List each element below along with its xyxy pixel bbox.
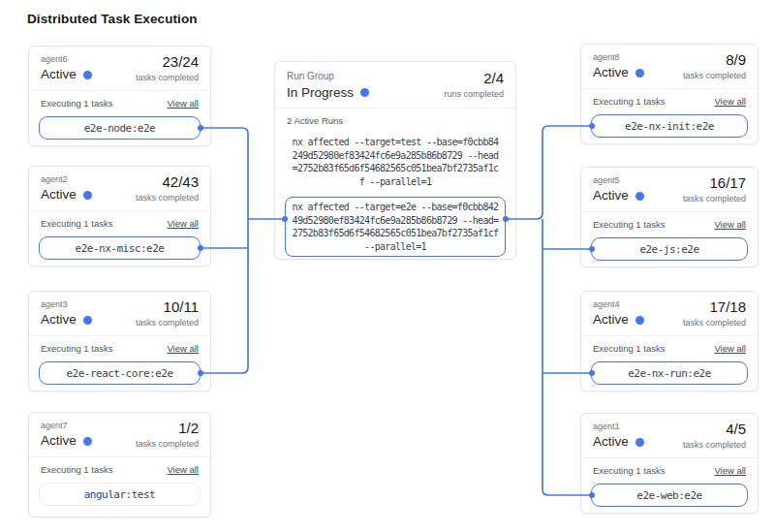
agent-card-header: agent3 Active 10/11 tasks completed — [29, 292, 210, 336]
status-dot-icon — [636, 438, 644, 447]
agent-card-body: Executing 1 tasks View all e2e-nx-run:e2… — [581, 336, 758, 385]
agent-name: agent5 — [593, 174, 644, 186]
agent-progress: 16/17 tasks completed — [683, 174, 746, 205]
status-dot-icon — [636, 192, 644, 201]
executing-row: Executing 1 tasks View all — [39, 217, 201, 230]
executing-row: Executing 1 tasks View all — [39, 97, 201, 110]
runs-count: 2/4 — [444, 70, 504, 87]
agent-status-label: Active — [593, 310, 629, 329]
agent-card-agent6: agent6 Active 23/24 tasks completed Exec… — [28, 46, 211, 146]
tasks-count-caption: tasks completed — [136, 317, 199, 329]
view-all-link[interactable]: View all — [167, 464, 199, 475]
task-pill[interactable]: e2e-web:e2e — [591, 484, 748, 507]
agent-card-agent3: agent3 Active 10/11 tasks completed Exec… — [28, 291, 211, 391]
agent-name: agent2 — [41, 173, 92, 185]
agent-name: agent7 — [41, 420, 92, 431]
agent-progress: 42/43 tasks completed — [136, 173, 199, 204]
task-pill[interactable]: angular:test — [39, 483, 201, 506]
view-all-link[interactable]: View all — [167, 218, 199, 229]
run-command[interactable]: nx affected --target=test --base=f0cbb84… — [285, 132, 506, 192]
agent-card-body: Executing 1 tasks View all e2e-nx-misc:e… — [29, 211, 210, 260]
agent-status-label: Active — [41, 185, 77, 204]
tasks-count: 10/11 — [136, 298, 199, 316]
task-pill[interactable]: e2e-nx-run:e2e — [591, 361, 748, 385]
tasks-count-caption: tasks completed — [683, 193, 746, 205]
agent-card-header: agent4 Active 17/18 tasks completed — [581, 292, 758, 336]
tasks-count: 8/9 — [683, 51, 746, 69]
status-dot-icon — [636, 316, 644, 325]
view-all-link[interactable]: View all — [167, 98, 199, 109]
agent-card-body: Executing 1 tasks View all e2e-nx-init:e… — [581, 89, 758, 138]
status-dot-icon — [83, 191, 92, 200]
agent-card-header: agent2 Active 42/43 tasks completed — [29, 167, 210, 211]
agent-card-agent1: agent1 Active 4/5 tasks completed Execut… — [580, 413, 759, 514]
task-pill[interactable]: e2e-node:e2e — [39, 116, 201, 140]
agent-status: Active — [41, 310, 92, 329]
run-group-identity: Run Group In Progress — [287, 70, 369, 103]
agent-identity: agent5 Active — [593, 174, 644, 205]
executing-label: Executing 1 tasks — [593, 219, 665, 230]
run-command-highlighted[interactable]: nx affected --target=e2e --base=f0cbb842… — [285, 197, 506, 257]
view-all-link[interactable]: View all — [714, 96, 746, 107]
task-pill[interactable]: e2e-js:e2e — [591, 237, 748, 261]
agent-identity: agent6 Active — [41, 53, 92, 84]
view-all-link[interactable]: View all — [714, 219, 746, 230]
view-all-link[interactable]: View all — [714, 343, 746, 354]
tasks-count-caption: tasks completed — [683, 317, 746, 329]
agent-progress: 17/18 tasks completed — [683, 298, 746, 329]
agent-progress: 4/5 tasks completed — [683, 421, 746, 452]
run-group-progress: 2/4 runs completed — [444, 70, 504, 101]
task-pill[interactable]: e2e-nx-misc:e2e — [39, 236, 201, 260]
task-pill[interactable]: e2e-nx-init:e2e — [591, 114, 748, 138]
status-dot-icon — [636, 69, 644, 78]
runs-count-caption: runs completed — [444, 88, 504, 101]
view-all-link[interactable]: View all — [167, 343, 199, 354]
executing-row: Executing 1 tasks View all — [39, 342, 201, 355]
agent-status: Active — [41, 431, 92, 451]
tasks-count-caption: tasks completed — [136, 438, 199, 451]
view-all-link[interactable]: View all — [714, 465, 746, 476]
run-group-status: In Progress — [287, 82, 369, 103]
tasks-count: 17/18 — [683, 298, 746, 316]
agent-identity: agent4 Active — [593, 298, 644, 329]
run-group-body: 2 Active Runs nx affected --target=test … — [275, 109, 515, 257]
agent-status-label: Active — [593, 186, 629, 205]
executing-label: Executing 1 tasks — [593, 465, 665, 476]
tasks-count-caption: tasks completed — [683, 439, 746, 452]
tasks-count: 23/24 — [136, 53, 199, 71]
agent-card-body: Executing 1 tasks View all angular:test — [29, 457, 210, 506]
task-pill[interactable]: e2e-react-core:e2e — [39, 361, 201, 385]
tasks-count: 1/2 — [136, 420, 199, 437]
agent-status: Active — [41, 65, 92, 84]
tasks-count: 42/43 — [136, 173, 199, 191]
agent-identity: agent2 Active — [41, 173, 92, 204]
agent-status-label: Active — [41, 310, 77, 329]
executing-row: Executing 1 tasks View all — [591, 342, 748, 355]
agent-card-agent8: agent8 Active 8/9 tasks completed Execut… — [580, 44, 759, 144]
agent-status-label: Active — [41, 65, 77, 84]
agent-card-body: Executing 1 tasks View all e2e-js:e2e — [581, 212, 758, 261]
agent-progress: 1/2 tasks completed — [136, 420, 199, 451]
agent-status: Active — [41, 185, 92, 204]
run-group-card: Run Group In Progress 2/4 runs completed… — [274, 61, 516, 260]
status-dot-icon — [83, 316, 92, 325]
agent-card-agent2: agent2 Active 42/43 tasks completed Exec… — [28, 166, 211, 266]
agent-name: agent1 — [593, 421, 644, 432]
page-title: Distributed Task Execution — [27, 12, 198, 26]
agent-name: agent8 — [593, 51, 644, 63]
executing-label: Executing 1 tasks — [41, 343, 112, 354]
executing-label: Executing 1 tasks — [41, 218, 112, 229]
agent-name: agent6 — [41, 53, 92, 65]
run-group-status-label: In Progress — [287, 82, 354, 103]
active-runs-label: 2 Active Runs — [285, 114, 506, 127]
agent-status: Active — [593, 63, 644, 82]
run-group-label: Run Group — [287, 70, 369, 82]
agent-card-body: Executing 1 tasks View all e2e-node:e2e — [29, 91, 210, 140]
tasks-count: 16/17 — [683, 174, 746, 192]
agent-name: agent3 — [41, 298, 92, 310]
status-dot-icon — [360, 88, 369, 97]
agent-identity: agent8 Active — [593, 51, 644, 82]
connector-agent8 — [506, 126, 592, 219]
agent-card-agent7: agent7 Active 1/2 tasks completed Execut… — [28, 412, 211, 517]
agent-progress: 23/24 tasks completed — [136, 53, 199, 84]
